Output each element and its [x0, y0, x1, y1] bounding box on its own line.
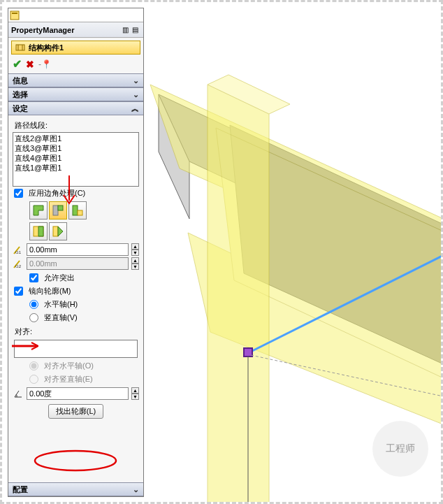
- apply-corner-checkbox[interactable]: [14, 189, 23, 198]
- mirror-profile-row: 镜向轮廓(M): [13, 285, 139, 298]
- svg-text:G2: G2: [15, 264, 22, 268]
- pm-btn-1[interactable]: ▥: [122, 26, 131, 34]
- svg-text:G1: G1: [15, 250, 22, 254]
- svg-marker-5: [34, 206, 43, 215]
- align-selection-box[interactable]: [14, 340, 138, 358]
- list-item[interactable]: 直线3@草图1: [15, 143, 137, 153]
- cancel-icon[interactable]: ✖: [26, 59, 34, 70]
- axis-vertical-label[interactable]: 竖直轴(V): [44, 312, 78, 323]
- svg-rect-2: [16, 45, 24, 50]
- svg-marker-25: [208, 85, 269, 504]
- g2-input: [27, 257, 129, 270]
- chevron-down-icon: ⌄: [133, 76, 139, 85]
- g2-icon: G2: [13, 258, 24, 269]
- chevron-down-icon: ⌄: [133, 485, 139, 494]
- angle-input[interactable]: [27, 387, 129, 400]
- corner-treatment-row2: [13, 221, 139, 242]
- corner-treatment-row1: [13, 200, 139, 221]
- axis-horizontal-label[interactable]: 水平轴(H): [44, 299, 78, 310]
- beam-yellow-1: [150, 85, 443, 426]
- axis-vertical-radio[interactable]: [29, 313, 38, 322]
- pushpin-icon[interactable]: -📍: [38, 59, 52, 69]
- allow-protrude-label[interactable]: 允许突出: [44, 273, 75, 283]
- mirror-profile-checkbox[interactable]: [14, 287, 23, 296]
- list-item[interactable]: 直线4@草图1: [15, 153, 137, 163]
- property-manager-panel: PropertyManager ▥ ▤ 结构构件1 ✔ ✖ -📍 信息 ⌄ 选择…: [8, 8, 144, 497]
- section-settings[interactable]: 设定 ︽: [8, 101, 143, 115]
- g2-spinner: ▲▼: [131, 257, 139, 270]
- pm-btn-2[interactable]: ▤: [132, 26, 140, 34]
- corner-btn-5[interactable]: [49, 222, 67, 240]
- apply-corner-label[interactable]: 应用边角处理(C): [29, 188, 85, 199]
- align-label: 对齐:: [13, 324, 139, 338]
- settings-body: 路径线段: 直线2@草图1直线3@草图1直线4@草图1直线1@草图1 应用边角处…: [8, 115, 143, 424]
- align-horizontal-label: 对齐水平轴(O): [44, 361, 94, 371]
- angle-spinner[interactable]: ▲▼: [131, 387, 139, 400]
- g1-field-row: G1 ▲▼: [13, 243, 139, 256]
- g1-input[interactable]: [27, 243, 129, 256]
- g2-field-row: G2 ▲▼: [13, 257, 139, 270]
- allow-protrude-checkbox[interactable]: [29, 273, 38, 282]
- align-h-row: 对齐水平轴(O): [28, 359, 139, 373]
- path-segments-list[interactable]: 直线2@草图1直线3@草图1直线4@草图1直线1@草图1: [13, 132, 139, 187]
- pm-header: PropertyManager ▥ ▤: [8, 22, 143, 38]
- svg-marker-11: [38, 226, 43, 236]
- axis-v-row: 竖直轴(V): [28, 311, 139, 324]
- g1-spinner[interactable]: ▲▼: [131, 243, 139, 256]
- pm-header-buttons: ▥ ▤: [122, 26, 140, 34]
- section-config[interactable]: 配置 ⌄: [8, 482, 143, 496]
- section-select-label: 选择: [13, 89, 28, 100]
- align-vertical-radio: [29, 375, 38, 384]
- path-segments-label: 路径线段:: [13, 118, 139, 132]
- section-config-label: 配置: [13, 484, 28, 495]
- axis-h-row: 水平轴(H): [28, 298, 139, 311]
- section-info[interactable]: 信息 ⌄: [8, 73, 143, 87]
- axis-horizontal-radio[interactable]: [29, 300, 38, 309]
- tab-pm-icon[interactable]: [10, 10, 20, 20]
- panel-tabs: [8, 8, 143, 22]
- corner-btn-4[interactable]: [29, 222, 48, 240]
- align-horizontal-radio: [29, 361, 38, 370]
- allow-protrude-row: 允许突出: [13, 271, 139, 285]
- ok-icon[interactable]: ✔: [13, 57, 22, 71]
- weldment-icon: [15, 42, 26, 53]
- feature-name-bar: 结构构件1: [11, 41, 140, 55]
- corner-btn-1[interactable]: [29, 201, 48, 219]
- chevron-down-icon: ⌄: [133, 90, 139, 99]
- find-profile-button[interactable]: 找出轮廓(L): [48, 404, 103, 419]
- corner-btn-2[interactable]: [49, 201, 67, 219]
- section-settings-label: 设定: [13, 103, 28, 114]
- angle-field-row: ▲▼: [13, 387, 139, 400]
- list-item[interactable]: 直线2@草图1: [15, 134, 137, 143]
- watermark: 工程师: [372, 421, 428, 477]
- mirror-profile-label[interactable]: 镜向轮廓(M): [29, 286, 71, 296]
- svg-rect-1: [12, 13, 17, 14]
- apply-corner-row: 应用边角处理(C): [13, 187, 139, 200]
- section-info-label: 信息: [13, 75, 28, 86]
- svg-rect-12: [53, 226, 58, 236]
- svg-rect-6: [53, 206, 58, 215]
- svg-rect-0: [10, 11, 19, 20]
- feature-actions: ✔ ✖ -📍: [8, 55, 143, 71]
- angle-icon: [13, 388, 24, 399]
- svg-rect-7: [58, 206, 63, 210]
- section-select[interactable]: 选择 ⌄: [8, 87, 143, 101]
- feature-name: 结构构件1: [29, 43, 64, 53]
- align-vertical-label: 对齐竖直轴(E): [44, 374, 93, 384]
- pm-title: PropertyManager: [11, 26, 74, 34]
- list-item[interactable]: 直线1@草图1: [15, 163, 137, 173]
- g1-icon: G1: [13, 244, 24, 255]
- chevron-up-icon: ︽: [131, 103, 139, 114]
- corner-btn-3[interactable]: [68, 201, 87, 219]
- svg-rect-8: [73, 206, 78, 215]
- align-v-row: 对齐竖直轴(E): [28, 373, 139, 386]
- svg-marker-13: [58, 226, 63, 236]
- svg-rect-9: [78, 210, 82, 215]
